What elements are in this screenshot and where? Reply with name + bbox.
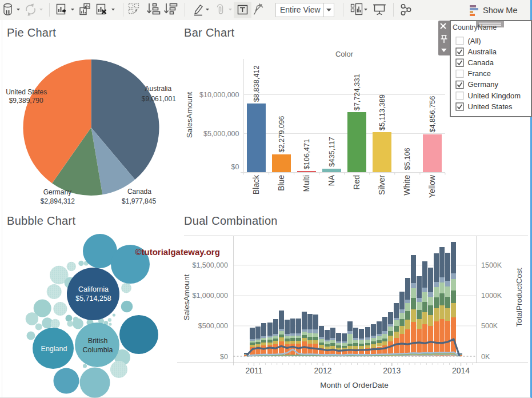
svg-text:California: California (78, 285, 109, 293)
svg-text:2011: 2011 (245, 366, 262, 375)
svg-text:(All): (All) (467, 36, 481, 45)
svg-text:$435,117: $435,117 (327, 137, 336, 166)
svg-text:Multi: Multi (302, 175, 311, 192)
svg-text:$5,714,258: $5,714,258 (75, 294, 111, 303)
svg-text:Yellow: Yellow (427, 174, 437, 198)
svg-text:0K: 0K (481, 353, 490, 361)
svg-text:Australia: Australia (145, 85, 171, 93)
svg-text:Color: Color (335, 50, 354, 58)
svg-text:British: British (88, 337, 108, 345)
svg-text:Canada: Canada (467, 58, 494, 66)
svg-text:England: England (41, 345, 67, 353)
svg-text:2014: 2014 (452, 366, 470, 375)
svg-text:1000K: 1000K (481, 292, 502, 300)
svg-text:$5,106: $5,106 (403, 148, 411, 170)
svg-text:Black: Black (251, 174, 261, 194)
svg-text:2013: 2013 (383, 366, 401, 375)
svg-text:$0: $0 (220, 353, 228, 361)
svg-text:France: France (467, 69, 490, 78)
svg-text:Bubble Chart: Bubble Chart (7, 214, 75, 227)
svg-text:©tutorialgateway.org: ©tutorialgateway.org (135, 247, 220, 257)
svg-text:$1,000,000: $1,000,000 (192, 292, 228, 300)
svg-text:Red: Red (352, 175, 361, 190)
svg-text:White: White (402, 175, 411, 196)
svg-text:Germany: Germany (467, 80, 498, 89)
svg-text:Pie Chart: Pie Chart (7, 26, 56, 39)
svg-text:Dual Combination: Dual Combination (184, 214, 278, 227)
svg-text:$8,838,412: $8,838,412 (252, 65, 261, 102)
svg-text:NA: NA (327, 174, 336, 186)
svg-text:United Kingdom: United Kingdom (467, 91, 521, 100)
svg-text:$7,724,331: $7,724,331 (353, 74, 361, 110)
svg-text:$9,061,001: $9,061,001 (142, 95, 176, 103)
svg-text:Australia: Australia (467, 47, 497, 55)
svg-text:United States: United States (467, 102, 513, 110)
svg-text:$2,894,312: $2,894,312 (41, 197, 75, 205)
svg-text:$106,471: $106,471 (302, 139, 311, 169)
svg-text:Blue: Blue (277, 175, 286, 191)
svg-text:500K: 500K (481, 322, 498, 330)
svg-text:$1,500,000: $1,500,000 (192, 261, 228, 269)
svg-text:1500K: 1500K (481, 261, 502, 269)
svg-text:TotalProductCost: TotalProductCost (515, 268, 523, 327)
svg-text:Canada: Canada (127, 188, 151, 196)
svg-text:$5,113,389: $5,113,389 (378, 94, 386, 130)
svg-text:Silver: Silver (377, 175, 386, 195)
svg-text:$9,389,790: $9,389,790 (9, 97, 43, 105)
svg-text:$4,856,756: $4,856,756 (428, 96, 437, 133)
svg-text:Bar Chart: Bar Chart (184, 26, 234, 39)
svg-text:$1,977,845: $1,977,845 (122, 197, 156, 205)
svg-text:United States: United States (6, 88, 47, 96)
svg-text:$5,000,000: $5,000,000 (203, 130, 239, 138)
svg-text:$10,000,000: $10,000,000 (199, 91, 239, 99)
svg-text:SalesAmount: SalesAmount (185, 92, 194, 138)
svg-text:$0: $0 (231, 163, 239, 171)
svg-text:Columbia: Columbia (83, 346, 113, 354)
svg-text:Germany: Germany (43, 188, 71, 196)
svg-text:2012: 2012 (314, 366, 332, 375)
svg-text:$500,000: $500,000 (198, 322, 228, 330)
svg-text:$2,279,096: $2,279,096 (277, 116, 286, 153)
svg-text:SalesAmount: SalesAmount (182, 274, 191, 321)
svg-text:Month of OrderDate: Month of OrderDate (320, 381, 388, 389)
